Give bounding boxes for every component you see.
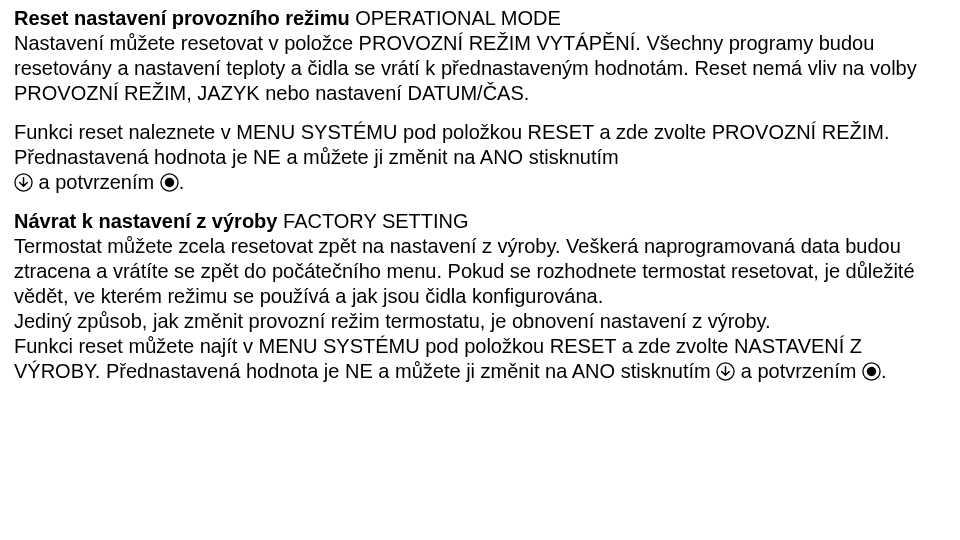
document-page: Reset nastavení provozního režimu OPERAT… [0, 0, 960, 408]
heading-bold: Reset nastavení provozního režimu [14, 7, 355, 29]
svg-point-2 [164, 178, 174, 188]
heading-rest: OPERATIONAL MODE [355, 7, 561, 29]
paragraph-body: Termostat můžete zcela resetovat zpět na… [14, 234, 946, 309]
heading-rest: FACTORY SETTING [283, 210, 469, 232]
section-reset-operational: Reset nastavení provozního režimu OPERAT… [14, 6, 946, 106]
text: . [179, 171, 185, 193]
paragraph-body: Jediný způsob, jak změnit provozní režim… [14, 309, 946, 334]
down-arrow-in-circle-icon [716, 362, 735, 381]
down-arrow-in-circle-icon [14, 173, 33, 192]
paragraph: Funkci reset můžete najít v MENU SYSTÉMU… [14, 334, 946, 384]
text: a potvrzením [735, 360, 862, 382]
paragraph: Návrat k nastavení z výroby FACTORY SETT… [14, 209, 946, 234]
filled-circle-icon [862, 362, 881, 381]
paragraph-body: Nastavení můžete resetovat v položce PRO… [14, 31, 946, 106]
paragraph: a potvrzením . [14, 170, 946, 195]
filled-circle-icon [160, 173, 179, 192]
section-reset-instructions: Funkci reset naleznete v MENU SYSTÉMU po… [14, 120, 946, 195]
paragraph: Reset nastavení provozního režimu OPERAT… [14, 6, 946, 31]
text: a potvrzením [33, 171, 160, 193]
paragraph: Funkci reset naleznete v MENU SYSTÉMU po… [14, 120, 946, 170]
section-factory-setting: Návrat k nastavení z výroby FACTORY SETT… [14, 209, 946, 384]
text: Funkci reset naleznete v MENU SYSTÉMU po… [14, 121, 890, 168]
heading-bold: Návrat k nastavení z výroby [14, 210, 283, 232]
text: . [881, 360, 887, 382]
svg-point-5 [867, 367, 877, 377]
